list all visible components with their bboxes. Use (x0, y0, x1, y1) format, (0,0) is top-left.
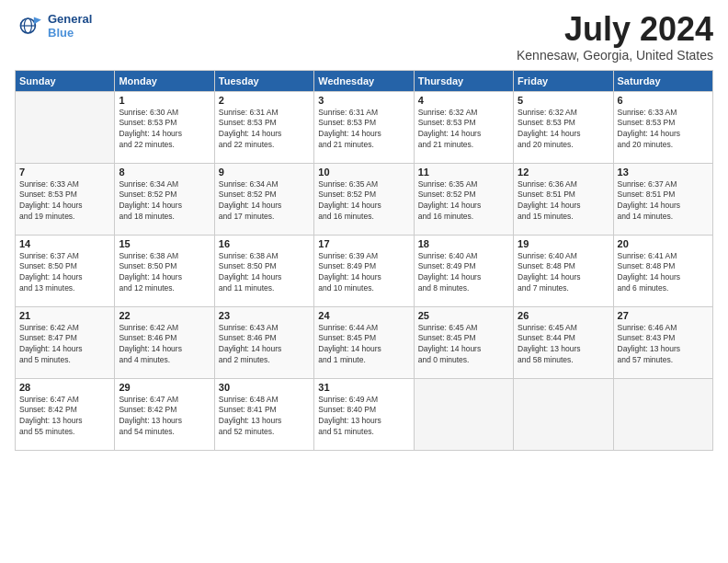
calendar-week-row: 1Sunrise: 6:30 AM Sunset: 8:53 PM Daylig… (16, 91, 713, 163)
calendar-cell: 27Sunrise: 6:46 AM Sunset: 8:43 PM Dayli… (613, 306, 712, 378)
day-number: 18 (418, 238, 509, 249)
day-header: Wednesday (314, 70, 414, 91)
day-number: 23 (219, 310, 310, 321)
calendar-header-row: SundayMondayTuesdayWednesdayThursdayFrid… (16, 70, 713, 91)
calendar-cell: 15Sunrise: 6:38 AM Sunset: 8:50 PM Dayli… (115, 235, 214, 306)
day-number: 17 (318, 238, 409, 249)
day-info: Sunrise: 6:32 AM Sunset: 8:53 PM Dayligh… (518, 108, 609, 152)
calendar-cell: 25Sunrise: 6:45 AM Sunset: 8:45 PM Dayli… (414, 306, 513, 378)
calendar-cell: 14Sunrise: 6:37 AM Sunset: 8:50 PM Dayli… (16, 235, 115, 306)
calendar-cell: 23Sunrise: 6:43 AM Sunset: 8:46 PM Dayli… (214, 306, 313, 378)
day-info: Sunrise: 6:38 AM Sunset: 8:50 PM Dayligh… (219, 251, 310, 295)
calendar-cell: 20Sunrise: 6:41 AM Sunset: 8:48 PM Dayli… (613, 235, 712, 306)
day-number: 25 (418, 310, 509, 321)
day-number: 3 (318, 95, 409, 106)
day-number: 6 (618, 95, 709, 106)
day-info: Sunrise: 6:48 AM Sunset: 8:41 PM Dayligh… (219, 395, 310, 439)
calendar-cell: 16Sunrise: 6:38 AM Sunset: 8:50 PM Dayli… (214, 235, 313, 306)
day-number: 2 (219, 95, 310, 106)
day-number: 14 (19, 238, 110, 249)
day-header: Monday (115, 70, 214, 91)
calendar-cell (613, 378, 712, 450)
calendar-week-row: 14Sunrise: 6:37 AM Sunset: 8:50 PM Dayli… (16, 235, 713, 306)
day-info: Sunrise: 6:34 AM Sunset: 8:52 PM Dayligh… (119, 179, 210, 224)
day-info: Sunrise: 6:49 AM Sunset: 8:40 PM Dayligh… (318, 395, 409, 439)
calendar-cell: 17Sunrise: 6:39 AM Sunset: 8:49 PM Dayli… (314, 235, 414, 306)
day-info: Sunrise: 6:31 AM Sunset: 8:53 PM Dayligh… (318, 108, 409, 152)
day-info: Sunrise: 6:44 AM Sunset: 8:45 PM Dayligh… (318, 323, 409, 367)
calendar-cell: 6Sunrise: 6:33 AM Sunset: 8:53 PM Daylig… (613, 91, 712, 163)
month-title: July 2024 (517, 11, 713, 48)
day-number: 31 (318, 382, 409, 393)
svg-marker-3 (34, 17, 41, 24)
calendar-week-row: 21Sunrise: 6:42 AM Sunset: 8:47 PM Dayli… (16, 306, 713, 378)
day-info: Sunrise: 6:45 AM Sunset: 8:44 PM Dayligh… (518, 323, 609, 367)
day-header: Saturday (613, 70, 712, 91)
calendar-cell: 2Sunrise: 6:31 AM Sunset: 8:53 PM Daylig… (214, 91, 313, 163)
day-info: Sunrise: 6:33 AM Sunset: 8:53 PM Dayligh… (19, 179, 110, 224)
calendar-cell: 30Sunrise: 6:48 AM Sunset: 8:41 PM Dayli… (214, 378, 313, 450)
day-header: Sunday (16, 70, 115, 91)
day-info: Sunrise: 6:35 AM Sunset: 8:52 PM Dayligh… (318, 179, 409, 224)
title-block: July 2024 Kennesaw, Georgia, United Stat… (517, 11, 713, 63)
day-info: Sunrise: 6:39 AM Sunset: 8:49 PM Dayligh… (318, 251, 409, 295)
day-number: 5 (518, 95, 609, 106)
day-header: Thursday (414, 70, 513, 91)
day-info: Sunrise: 6:38 AM Sunset: 8:50 PM Dayligh… (119, 251, 210, 295)
calendar-cell: 5Sunrise: 6:32 AM Sunset: 8:53 PM Daylig… (514, 91, 613, 163)
day-header: Tuesday (214, 70, 313, 91)
day-info: Sunrise: 6:31 AM Sunset: 8:53 PM Dayligh… (219, 108, 310, 152)
calendar-cell: 21Sunrise: 6:42 AM Sunset: 8:47 PM Dayli… (16, 306, 115, 378)
day-header: Friday (514, 70, 613, 91)
calendar-cell: 29Sunrise: 6:47 AM Sunset: 8:42 PM Dayli… (115, 378, 214, 450)
day-info: Sunrise: 6:42 AM Sunset: 8:46 PM Dayligh… (119, 323, 210, 367)
calendar-cell: 9Sunrise: 6:34 AM Sunset: 8:52 PM Daylig… (214, 163, 313, 235)
calendar-cell (16, 91, 115, 163)
logo-text: General Blue (48, 12, 92, 40)
day-info: Sunrise: 6:32 AM Sunset: 8:53 PM Dayligh… (418, 108, 509, 152)
day-number: 9 (219, 167, 310, 178)
day-info: Sunrise: 6:43 AM Sunset: 8:46 PM Dayligh… (219, 323, 310, 367)
calendar: SundayMondayTuesdayWednesdayThursdayFrid… (15, 70, 713, 451)
day-number: 27 (618, 310, 709, 321)
day-number: 12 (518, 167, 609, 178)
day-info: Sunrise: 6:42 AM Sunset: 8:47 PM Dayligh… (19, 323, 110, 367)
day-info: Sunrise: 6:34 AM Sunset: 8:52 PM Dayligh… (219, 179, 310, 224)
day-number: 11 (418, 167, 509, 178)
day-number: 26 (518, 310, 609, 321)
day-number: 10 (318, 167, 409, 178)
calendar-cell: 7Sunrise: 6:33 AM Sunset: 8:53 PM Daylig… (16, 163, 115, 235)
day-number: 15 (119, 238, 210, 249)
day-number: 7 (19, 167, 110, 178)
day-number: 8 (119, 167, 210, 178)
calendar-cell: 31Sunrise: 6:49 AM Sunset: 8:40 PM Dayli… (314, 378, 414, 450)
day-number: 16 (219, 238, 310, 249)
day-number: 22 (119, 310, 210, 321)
day-info: Sunrise: 6:47 AM Sunset: 8:42 PM Dayligh… (119, 395, 210, 439)
day-number: 20 (618, 238, 709, 249)
day-info: Sunrise: 6:45 AM Sunset: 8:45 PM Dayligh… (418, 323, 509, 367)
day-info: Sunrise: 6:30 AM Sunset: 8:53 PM Dayligh… (119, 108, 210, 152)
logo-icon (15, 11, 44, 40)
day-info: Sunrise: 6:47 AM Sunset: 8:42 PM Dayligh… (19, 395, 110, 439)
calendar-cell: 24Sunrise: 6:44 AM Sunset: 8:45 PM Dayli… (314, 306, 414, 378)
calendar-week-row: 7Sunrise: 6:33 AM Sunset: 8:53 PM Daylig… (16, 163, 713, 235)
day-info: Sunrise: 6:40 AM Sunset: 8:49 PM Dayligh… (418, 251, 509, 295)
calendar-cell: 3Sunrise: 6:31 AM Sunset: 8:53 PM Daylig… (314, 91, 414, 163)
day-info: Sunrise: 6:40 AM Sunset: 8:48 PM Dayligh… (518, 251, 609, 295)
day-info: Sunrise: 6:36 AM Sunset: 8:51 PM Dayligh… (518, 179, 609, 224)
calendar-cell: 12Sunrise: 6:36 AM Sunset: 8:51 PM Dayli… (514, 163, 613, 235)
location-title: Kennesaw, Georgia, United States (517, 48, 713, 63)
calendar-cell: 4Sunrise: 6:32 AM Sunset: 8:53 PM Daylig… (414, 91, 513, 163)
calendar-body: 1Sunrise: 6:30 AM Sunset: 8:53 PM Daylig… (16, 91, 713, 450)
page-header: General Blue July 2024 Kennesaw, Georgia… (15, 11, 713, 63)
day-info: Sunrise: 6:37 AM Sunset: 8:51 PM Dayligh… (618, 179, 709, 224)
day-info: Sunrise: 6:33 AM Sunset: 8:53 PM Dayligh… (618, 108, 709, 152)
day-number: 19 (518, 238, 609, 249)
day-number: 4 (418, 95, 509, 106)
day-number: 29 (119, 382, 210, 393)
calendar-cell: 11Sunrise: 6:35 AM Sunset: 8:52 PM Dayli… (414, 163, 513, 235)
day-info: Sunrise: 6:35 AM Sunset: 8:52 PM Dayligh… (418, 179, 509, 224)
day-info: Sunrise: 6:37 AM Sunset: 8:50 PM Dayligh… (19, 251, 110, 295)
day-number: 13 (618, 167, 709, 178)
